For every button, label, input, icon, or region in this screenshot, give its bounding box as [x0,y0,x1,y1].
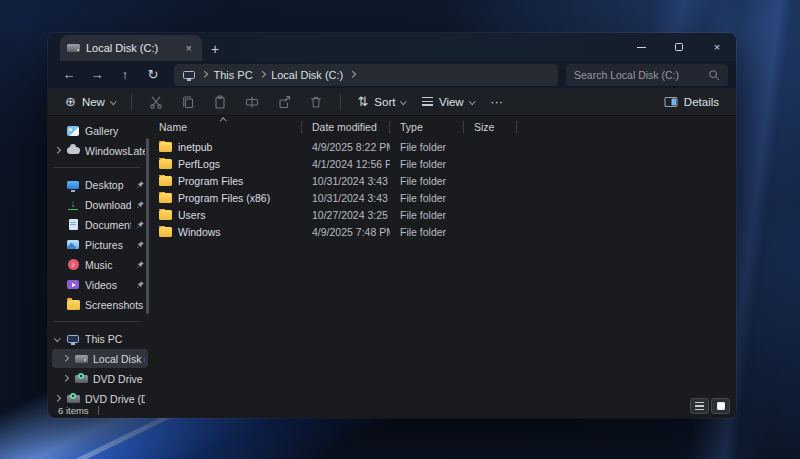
file-type: File folder [390,175,464,187]
sidebar-item-label: WindowsLatest [85,145,145,157]
sort-button[interactable]: ⇅ Sort [350,91,413,112]
back-button[interactable]: ← [56,64,82,86]
column-header-type[interactable]: Type [390,118,463,135]
details-view-icon [695,402,704,410]
sidebar-item-onedrive[interactable]: WindowsLatest [52,141,148,160]
file-row-program-files-x86[interactable]: Program Files (x86) 10/31/2024 3:43 AM F… [149,189,736,206]
ellipsis-icon: ··· [490,95,503,108]
sidebar-item-label: Pictures [85,239,131,251]
file-type: File folder [390,158,464,170]
column-header-date-modified[interactable]: Date modified [302,118,389,135]
search-input[interactable]: Search Local Disk (C:) [566,64,728,86]
file-row-program-files[interactable]: Program Files 10/31/2024 3:43 AM File fo… [149,172,736,189]
chevron-right-icon[interactable] [62,375,68,381]
file-name: PerfLogs [178,158,220,170]
sidebar-item-screenshots[interactable]: Screenshots [52,295,148,314]
sidebar-item-local-disk-c[interactable]: Local Disk (C:) [52,349,148,368]
sidebar-item-gallery[interactable]: Gallery [52,121,148,140]
up-button[interactable]: ↑ [112,64,138,86]
cut-button[interactable] [141,91,171,113]
sidebar-item-desktop[interactable]: Desktop [52,175,148,194]
new-button[interactable]: ⊕ New [58,91,122,112]
sidebar-item-label: Desktop [85,179,131,191]
pictures-icon [67,240,79,249]
close-button[interactable]: × [698,33,736,61]
address-bar: ← → ↑ ↻ This PC Local Disk (C:) Search L… [48,61,736,88]
file-row-inetpub[interactable]: inetpub 4/9/2025 8:22 PM File folder [149,138,736,155]
details-pane-label: Details [684,96,719,108]
sidebar-item-label: DVD Drive (D:) C [85,393,145,405]
minimize-button[interactable] [622,33,660,61]
file-date: 4/9/2025 7:48 PM [302,226,390,238]
maximize-button[interactable] [660,33,698,61]
sort-button-label: Sort [374,96,395,108]
chevron-down-icon [110,98,116,104]
breadcrumb-this-pc[interactable]: This PC [214,69,253,81]
sidebar-item-label: Local Disk (C:) [93,353,145,365]
navigation-pane: Gallery WindowsLatest Desktop ↓ [48,116,149,403]
paste-button[interactable] [205,91,235,113]
trash-icon [309,95,323,109]
sidebar-item-dvd-drive-d[interactable]: DVD Drive (D:) [52,369,148,388]
pin-icon [136,220,145,229]
file-row-windows[interactable]: Windows 4/9/2025 7:48 PM File folder [149,223,736,240]
new-tab-button[interactable]: + [202,37,228,61]
tab-title: Local Disk (C:) [86,42,177,54]
sidebar-item-label: Gallery [85,125,145,137]
details-pane-button[interactable]: Details [657,92,726,112]
paste-icon [213,95,227,109]
rename-button[interactable] [237,91,267,113]
sidebar-item-downloads[interactable]: ↓ Downloads [52,195,148,214]
this-pc-icon [67,335,79,343]
file-name: inetpub [178,141,212,153]
sidebar-item-dvd-drive-d-2[interactable]: DVD Drive (D:) C [52,389,148,408]
file-date: 4/1/2024 12:56 PM [302,158,390,170]
folder-icon [159,159,172,169]
chevron-right-icon[interactable] [54,395,60,401]
file-type: File folder [390,226,464,238]
sidebar-item-music[interactable]: ♪ Music [52,255,148,274]
chevron-down-icon[interactable] [54,335,60,341]
this-pc-icon [183,71,195,79]
sidebar-item-label: Music [85,259,131,271]
view-button[interactable]: View [415,92,481,112]
search-icon [708,69,720,81]
file-date: 10/31/2024 3:43 AM [302,175,390,187]
tab-close-icon[interactable]: × [183,42,195,55]
column-header-name[interactable]: Name [149,118,301,135]
onedrive-cloud-icon [67,147,80,154]
file-list-pane: Name Date modified Type Size inetpub 4/9… [149,116,736,403]
sidebar-item-pictures[interactable]: Pictures [52,235,148,254]
copy-button[interactable] [173,91,203,113]
file-row-users[interactable]: Users 10/27/2024 3:25 AM File folder [149,206,736,223]
file-name: Program Files [178,175,243,187]
chevron-right-icon[interactable] [54,147,60,153]
forward-button[interactable]: → [84,64,110,86]
breadcrumb[interactable]: This PC Local Disk (C:) [174,64,558,86]
pin-icon [136,180,145,189]
folder-icon [67,300,80,310]
column-divider[interactable] [516,121,517,133]
refresh-button[interactable]: ↻ [140,64,166,86]
folder-icon [159,176,172,186]
file-name: Users [178,209,205,221]
breadcrumb-local-disk[interactable]: Local Disk (C:) [271,69,343,81]
dvd-drive-icon [67,395,80,403]
sort-ascending-icon [220,118,226,124]
sidebar-item-videos[interactable]: Videos [52,275,148,294]
copy-icon [181,95,195,109]
sidebar-item-documents[interactable]: Documents [52,215,148,234]
column-header-size[interactable]: Size [464,118,516,135]
tab-local-disk[interactable]: Local Disk (C:) × [60,35,202,61]
pin-icon [136,240,145,249]
file-row-perflogs[interactable]: PerfLogs 4/1/2024 12:56 PM File folder [149,155,736,172]
sidebar-item-label: Screenshots [85,299,145,311]
delete-button[interactable] [301,91,331,113]
file-date: 10/31/2024 3:43 AM [302,192,390,204]
share-button[interactable] [269,91,299,113]
sidebar-item-this-pc[interactable]: This PC [52,329,148,348]
downloads-icon: ↓ [67,199,79,210]
chevron-right-icon[interactable] [62,355,68,361]
more-options-button[interactable]: ··· [483,91,510,112]
window-body: Gallery WindowsLatest Desktop ↓ [48,116,736,403]
